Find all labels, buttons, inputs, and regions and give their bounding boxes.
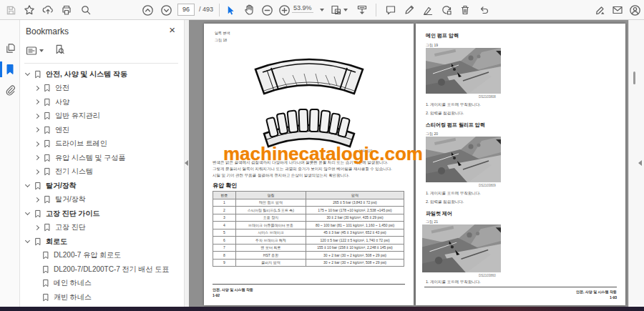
bookmark-item[interactable]: 일반 유지관리	[20, 109, 184, 124]
chevron-down-icon[interactable]	[25, 71, 30, 76]
bookmark-label: 안전, 사양 및 시스템 작동	[46, 69, 127, 79]
comment-icon[interactable]	[384, 4, 397, 16]
bookmark-item[interactable]: 안전, 사양 및 시스템 작동	[20, 67, 184, 82]
star-icon[interactable]	[23, 4, 36, 16]
share-email-icon[interactable]	[611, 4, 624, 16]
section-title: 유압 확인	[213, 182, 237, 189]
bookmark-item[interactable]: 고장 진단	[20, 221, 184, 235]
chevron-right-icon[interactable]	[34, 169, 39, 174]
bookmark-item[interactable]: 메인 하네스	[20, 277, 184, 291]
highlight-pencil-icon[interactable]	[403, 4, 416, 16]
chevron-right-icon[interactable]	[34, 86, 39, 91]
chevron-down-icon[interactable]	[25, 182, 30, 187]
document-area[interactable]: 얼룩 변색 그림 18	[189, 20, 628, 307]
previous-page-icon[interactable]	[141, 4, 154, 16]
bookmark-item[interactable]: 안전	[20, 82, 184, 96]
chevron-right-icon[interactable]	[34, 197, 39, 202]
table-row: 6주차 브레이크 해제120 ± 5 bar (122 ± 5 kg/cm², …	[213, 237, 404, 245]
scrolling-mode-icon[interactable]	[356, 4, 369, 16]
bookmark-label: 고장 진단 가이드	[46, 209, 100, 219]
bookmark-options-icon[interactable]	[26, 46, 44, 56]
delete-pages-icon[interactable]	[459, 4, 472, 16]
bookmark-item[interactable]: 드라이브 트레인	[20, 137, 184, 152]
toolbar-separator	[376, 4, 376, 16]
page-text: 시일 및 기어 관련 부품을 청결하게 유지하고 손상이 발생되었는지 확인합니…	[213, 172, 406, 179]
bookmark-item[interactable]: 유압 시스템 및 구성품	[20, 151, 184, 165]
bookmark-item[interactable]: 캐빈 하네스	[20, 290, 184, 305]
table-row: 5서비스 브레이크45 ± 3 bar (45 ± 3 kg/cm², 652 …	[213, 229, 404, 237]
bookmark-item[interactable]: 회로도	[20, 235, 184, 249]
hand-tool-icon[interactable]	[243, 4, 255, 16]
table-row: 8HST 충전30 + 2 bar (30 + 2 kg/cm², 508 + …	[213, 252, 404, 260]
figure-label: 그림 20	[426, 132, 438, 137]
navigation-rail	[0, 20, 20, 307]
zoom-in-icon[interactable]	[278, 4, 291, 16]
next-page-icon[interactable]	[160, 4, 172, 16]
footer-rule	[424, 287, 617, 287]
rotate-pages-icon[interactable]	[440, 4, 453, 16]
chevron-right-icon[interactable]	[34, 127, 39, 132]
page-text: 그렇게 문질러서 얼룩이 지워지거나 또는 과열의 증거가 보이지 않으면 베어…	[213, 166, 406, 172]
zoom-out-icon[interactable]	[260, 4, 273, 16]
top-toolbar: 96 / 493 53.9%	[0, 0, 644, 20]
chevron-right-icon[interactable]	[34, 225, 39, 230]
footer-page-number: 1-92	[213, 293, 220, 298]
bookmark-item[interactable]: 엔진	[20, 123, 184, 137]
chevron-right-icon[interactable]	[34, 155, 39, 160]
bookmark-item[interactable]: 탈거/장착	[20, 193, 184, 207]
chevron-right-icon[interactable]	[34, 99, 39, 104]
bookmark-item[interactable]: DL200-7/DL200TC-7 전기 배선 도표	[20, 262, 184, 277]
page-number-input[interactable]: 96	[177, 4, 195, 16]
page-display-icon[interactable]	[330, 4, 343, 16]
panel-title: Bookmarks	[26, 26, 69, 36]
zoom-level-field[interactable]: 53.9%	[292, 4, 313, 13]
bookmark-item[interactable]: 전기 시스템	[20, 165, 184, 179]
window-bottom-edge	[0, 307, 644, 311]
undo-icon[interactable]	[477, 4, 490, 16]
chevron-right-icon[interactable]	[34, 142, 39, 147]
bookmark-item[interactable]: DL200-7 유압 회로도	[20, 249, 184, 263]
bookmark-item[interactable]: 사양	[20, 95, 184, 109]
section-title: 스티어링 펌프 릴리프 압력	[426, 122, 485, 129]
search-icon[interactable]	[79, 4, 92, 16]
print-icon[interactable]	[60, 4, 73, 16]
bookmarks-panel-icon[interactable]	[4, 63, 16, 76]
figure-photo	[426, 137, 501, 182]
zoom-caret-icon[interactable]	[320, 9, 324, 11]
watermark: machinecatalogic.com	[223, 143, 423, 165]
page-count-label: / 493	[199, 6, 213, 13]
figure-code: DS2103809	[479, 184, 496, 187]
attachments-icon[interactable]	[4, 84, 16, 97]
table-header: 명칭	[236, 192, 306, 199]
scrollbar-thumb[interactable]	[633, 71, 635, 84]
page-display-caret-icon[interactable]	[343, 9, 348, 11]
close-icon[interactable]: ×	[169, 24, 175, 36]
vertical-scrollbar[interactable]	[628, 20, 644, 307]
pressure-table: 번호 명칭 압력 1메인 펌프 압력265 ± 5 bar (3,843 ± 7…	[213, 191, 404, 267]
footer-title: 안전, 사양 및 시스템 작동	[576, 290, 617, 295]
bookmark-label: 일반 유지관리	[55, 111, 100, 121]
bookmark-label: 메인 하네스	[54, 278, 92, 288]
save-icon[interactable]	[4, 4, 17, 16]
upload-cloud-icon[interactable]	[42, 4, 54, 16]
bookmark-label: 탈거/장착	[55, 194, 86, 204]
step-text: 2. 압력을 점검합니다.	[426, 199, 464, 205]
expand-bookmarks-icon[interactable]	[54, 44, 65, 58]
chevron-down-icon[interactable]	[25, 238, 30, 243]
section-title: 파일럿 제어	[426, 210, 452, 217]
collapse-panel-icon[interactable]	[185, 160, 188, 166]
bookmark-label: 캐빈 하네스	[54, 292, 92, 302]
footer-page-number: 1-93	[610, 295, 617, 300]
page-thumbnails-icon[interactable]	[4, 41, 16, 54]
chevron-down-icon[interactable]	[25, 210, 30, 215]
fill-sign-icon[interactable]	[594, 4, 607, 16]
bookmark-item[interactable]: 고장 진단 가이드	[20, 207, 184, 221]
expand-tools-panel-icon[interactable]	[638, 160, 642, 166]
chevron-right-icon[interactable]	[34, 114, 39, 119]
bookmark-item[interactable]: 탈거/장착	[20, 179, 184, 193]
bookmark-label: 엔진	[55, 125, 69, 135]
sign-icon[interactable]	[421, 4, 434, 16]
account-icon[interactable]	[628, 4, 641, 16]
select-tool-icon[interactable]	[224, 4, 237, 16]
table-row: 1메인 펌프 압력265 ± 5 bar (3,843 ± 72 psi)	[213, 199, 404, 207]
